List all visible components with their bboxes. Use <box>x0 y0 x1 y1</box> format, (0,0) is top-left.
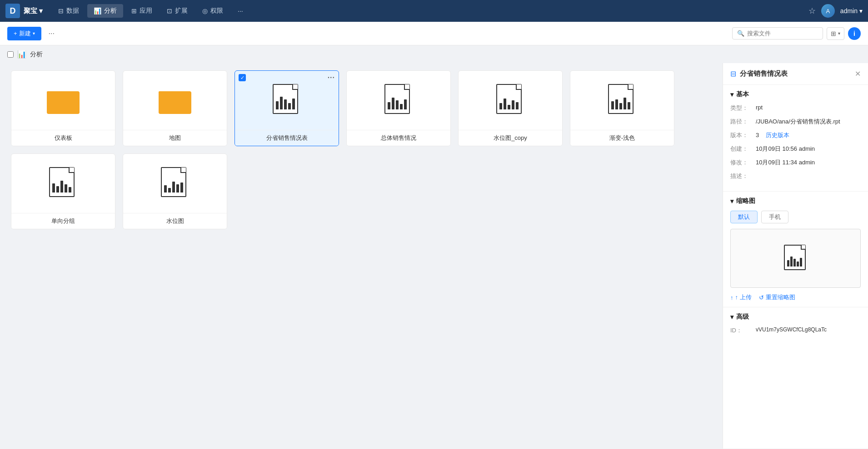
file-card-body <box>570 71 674 130</box>
report-corner <box>69 168 74 173</box>
advanced-caret-icon: ▾ <box>730 313 733 321</box>
report-corner <box>292 84 298 90</box>
pbar-4 <box>797 262 799 266</box>
reset-icon: ↺ <box>759 294 764 301</box>
new-button[interactable]: + 新建 ▾ <box>7 27 41 40</box>
preview-bars <box>787 257 802 266</box>
file-card-name: 分省销售情况表 <box>235 130 339 146</box>
modified-label: 修改： <box>730 158 752 167</box>
file-card-name: 水位图 <box>123 213 227 229</box>
file-card-shuiwei[interactable]: 水位图 <box>123 153 227 229</box>
nav-item-apps[interactable]: ⊞ 应用 <box>125 4 159 18</box>
avatar[interactable]: A <box>821 4 835 18</box>
nav-item-more[interactable]: ··· <box>231 5 249 17</box>
file-card-zong-ti[interactable]: 总体销售情况 <box>346 70 451 146</box>
app-logo: D <box>5 4 20 18</box>
report-bars <box>499 99 519 109</box>
user-caret-icon: ▾ <box>859 7 863 15</box>
grid-view-icon: ⊞ <box>831 30 836 37</box>
new-label: 新建 <box>19 30 31 38</box>
basic-caret-icon: ▾ <box>730 91 733 98</box>
file-card-name: 总体销售情况 <box>347 130 450 146</box>
file-grid: 仪表板 地图 ✓ ··· <box>0 63 723 449</box>
report-corner <box>180 168 186 173</box>
data-icon: ⊟ <box>58 7 64 15</box>
file-card-map[interactable]: 地图 <box>123 70 227 146</box>
report-icon-body <box>384 84 410 114</box>
info-icon: i <box>853 30 855 37</box>
report-icon <box>608 84 636 117</box>
report-icon-body <box>608 84 634 114</box>
extend-icon: ⊡ <box>167 7 172 15</box>
apps-icon: ⊞ <box>131 7 137 15</box>
file-card-shuiwei-copy[interactable]: 水位图_copy <box>458 70 563 146</box>
bar-2 <box>615 99 618 109</box>
username-label: admin <box>840 7 858 15</box>
nav-right: ☆ A admin ▾ <box>808 4 863 18</box>
info-row-version: 版本： 3 历史版本 <box>730 131 861 139</box>
info-row-path: 路径： /JUBAO/ana/分省销售情况表.rpt <box>730 118 861 126</box>
view-caret-icon: ▾ <box>838 31 840 36</box>
file-card-danxiang[interactable]: 单向分组 <box>11 153 115 229</box>
file-card-dashboard[interactable]: 仪表板 <box>11 70 115 146</box>
nav-item-data[interactable]: ⊟ 数据 <box>52 4 85 18</box>
analysis-icon: 📊 <box>94 7 101 15</box>
thumbnail-section-header[interactable]: ▾ 缩略图 <box>730 197 861 205</box>
breadcrumb-icon: 📊 <box>17 50 26 59</box>
bar-3 <box>508 105 510 109</box>
tab-default[interactable]: 默认 <box>730 211 758 223</box>
report-icon-body <box>273 84 298 114</box>
bar-1 <box>52 183 55 192</box>
info-button[interactable]: i <box>848 27 861 40</box>
view-toggle-button[interactable]: ⊞ ▾ <box>827 27 844 40</box>
report-bars <box>52 181 71 192</box>
search-icon: 🔍 <box>737 30 744 37</box>
basic-section-header[interactable]: ▾ 基本 <box>730 90 861 99</box>
username-menu[interactable]: admin ▾ <box>840 7 863 15</box>
search-input[interactable] <box>747 30 818 37</box>
advanced-section: ▾ 高级 ID： vVU1m7ySGWCfCLg8QLaTc <box>723 307 868 344</box>
advanced-label: 高级 <box>736 313 749 321</box>
bar-1 <box>499 103 502 109</box>
file-card-jianbian[interactable]: 渐变-浅色 <box>570 70 674 146</box>
bar-5 <box>180 183 183 192</box>
favorites-icon[interactable]: ☆ <box>808 6 816 16</box>
nav-item-analysis[interactable]: 📊 分析 <box>87 4 123 18</box>
permissions-icon: ◎ <box>202 7 208 15</box>
thumbnail-actions: ↑ ↑ 上传 ↺ 重置缩略图 <box>730 293 861 301</box>
card-checkbox[interactable]: ✓ <box>239 74 246 81</box>
report-icon <box>49 167 77 200</box>
upload-button[interactable]: ↑ ↑ 上传 <box>730 293 752 301</box>
bar-2 <box>392 98 394 109</box>
bar-1 <box>276 101 279 109</box>
tab-mobile[interactable]: 手机 <box>761 211 788 223</box>
card-more-button[interactable]: ··· <box>328 74 335 82</box>
bar-1 <box>164 185 167 192</box>
bar-4 <box>512 100 514 109</box>
file-card-body <box>459 71 562 130</box>
nav-item-permissions[interactable]: ◎ 权限 <box>196 4 229 18</box>
nav-label-apps: 应用 <box>140 7 152 15</box>
card-top-bar: ✓ ··· <box>239 74 335 82</box>
report-bars <box>388 98 407 109</box>
type-value: rpt <box>756 104 861 112</box>
toolbar-more-button[interactable]: ··· <box>45 28 58 39</box>
history-version-link[interactable]: 历史版本 <box>766 132 789 138</box>
info-row-modified: 修改： 10月09日 11:34 admin <box>730 158 861 167</box>
nav-item-extend[interactable]: ⊡ 扩展 <box>160 4 194 18</box>
advanced-section-header[interactable]: ▾ 高级 <box>730 313 861 321</box>
select-all-checkbox[interactable] <box>7 51 14 58</box>
file-card-fen-sheng[interactable]: ✓ ··· 分省销售情 <box>234 70 339 146</box>
reset-thumbnail-button[interactable]: ↺ 重置缩略图 <box>759 293 795 301</box>
reset-label: 重置缩略图 <box>766 293 795 301</box>
top-nav: D 聚宝 ▾ ⊟ 数据 📊 分析 ⊞ 应用 ⊡ 扩展 ◎ 权限 <box>0 0 868 22</box>
file-card-name: 地图 <box>123 130 227 146</box>
file-card-name: 渐变-浅色 <box>570 130 674 146</box>
bar-5 <box>516 102 519 109</box>
brand-menu[interactable]: 聚宝 ▾ <box>24 7 43 15</box>
panel-close-button[interactable]: ✕ <box>855 69 861 78</box>
version-number: 3 <box>756 132 759 138</box>
bar-3 <box>396 100 399 109</box>
file-card-name: 单向分组 <box>11 213 115 229</box>
right-panel: ⊟ 分省销售情况表 ✕ ▾ 基本 类型： rpt 路径： /JUBAO/ana/… <box>723 63 868 449</box>
